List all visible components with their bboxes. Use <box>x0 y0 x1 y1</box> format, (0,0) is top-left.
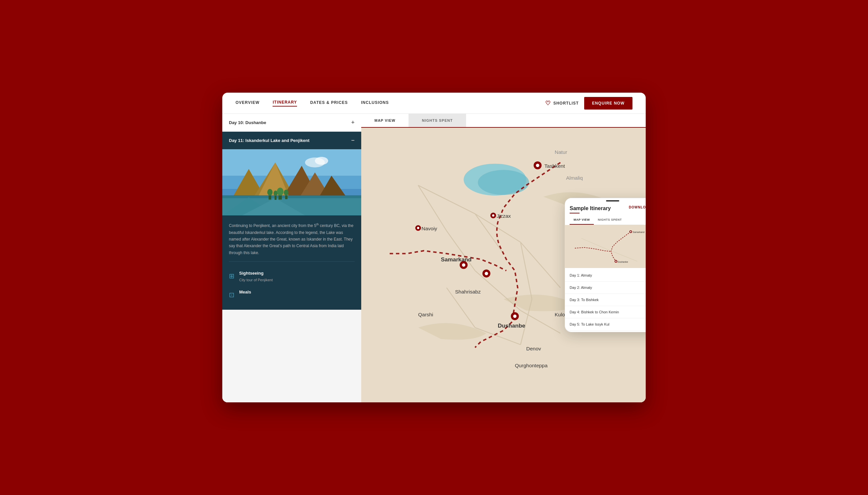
meals-info: Meals <box>239 289 251 296</box>
day11-header[interactable]: Day 11: Iskanderkul Lake and Penjikent − <box>222 132 361 149</box>
nav-dates-prices[interactable]: DATES & PRICES <box>310 100 348 106</box>
day10-expand-icon: + <box>351 119 354 126</box>
mobile-title-block: Sample Itinerary <box>570 205 611 214</box>
meals-title: Meals <box>239 289 251 296</box>
svg-text:Dushanbe: Dushanbe <box>498 322 525 329</box>
map-tabs: MAP VIEW NIGHTS SPENT <box>361 114 646 128</box>
mobile-map-preview[interactable]: Samarkand Dushanbe ⤢ Feedback <box>565 225 646 268</box>
svg-text:Samarkand: Samarkand <box>633 231 645 233</box>
day11-item: Day 11: Iskanderkul Lake and Penjikent − <box>222 132 361 310</box>
mobile-day4-label: Day 4: Bishkek to Chon Kemin <box>570 310 619 314</box>
svg-text:Dushanbe: Dushanbe <box>618 261 628 263</box>
svg-point-72 <box>615 261 617 262</box>
nav-links: OVERVIEW ITINERARY DATES & PRICES INCLUS… <box>236 100 389 106</box>
map-view-tab[interactable]: MAP VIEW <box>361 114 409 128</box>
mobile-download-button[interactable]: DOWNLOAD ⬇ <box>629 205 646 209</box>
svg-text:Qarshi: Qarshi <box>418 312 433 317</box>
nav-actions: ♡ SHORTLIST ENQUIRE NOW <box>545 97 632 109</box>
svg-text:Shahrisabz: Shahrisabz <box>455 289 481 294</box>
mobile-overlay: Sample Itinerary DOWNLOAD ⬇ MAP VIEW NIG… <box>560 128 646 402</box>
svg-point-69 <box>630 231 631 232</box>
mobile-day3-label: Day 3: To Bishkek <box>570 298 599 302</box>
mobile-header: Sample Itinerary DOWNLOAD ⬇ <box>565 202 646 216</box>
svg-point-4 <box>315 157 328 165</box>
svg-point-41 <box>536 164 539 167</box>
nights-spent-tab[interactable]: NIGHTS SPENT <box>409 114 466 127</box>
mobile-day4[interactable]: Day 4: Bishkek to Chon Kemin + <box>565 306 646 318</box>
svg-text:Navoiy: Navoiy <box>421 226 437 231</box>
svg-point-27 <box>478 170 529 195</box>
svg-point-23 <box>284 190 289 195</box>
activity-meals: ⊡ Meals <box>229 286 354 303</box>
sightseeing-detail: City tour of Penjikent <box>239 277 273 283</box>
enquire-button[interactable]: ENQUIRE NOW <box>584 97 632 109</box>
binoculars-icon: ⊞ <box>229 270 235 281</box>
mobile-day1-label: Day 1: Almaty <box>570 273 592 277</box>
mobile-device: Sample Itinerary DOWNLOAD ⬇ MAP VIEW NIG… <box>565 198 646 332</box>
mobile-tabs: MAP VIEW NIGHTS SPENT <box>570 216 646 225</box>
day11-description: Continuing to Penjikent, an ancient city… <box>222 216 361 310</box>
sightseeing-info: Sightseeing City tour of Penjikent <box>239 270 273 283</box>
mobile-day2-label: Day 2: Almaty <box>570 286 592 290</box>
day11-image <box>222 149 361 216</box>
mobile-day5[interactable]: Day 5: To Lake Issyk Kul + <box>565 318 646 330</box>
day10-title: Day 10: Dushanbe <box>229 120 266 125</box>
nav-bar: OVERVIEW ITINERARY DATES & PRICES INCLUS… <box>222 93 646 114</box>
nav-itinerary[interactable]: ITINERARY <box>273 100 297 106</box>
mobile-nights-spent-tab[interactable]: NIGHTS SPENT <box>594 216 626 225</box>
svg-point-57 <box>513 315 516 318</box>
svg-point-17 <box>267 189 273 195</box>
browser-window: OVERVIEW ITINERARY DATES & PRICES INCLUS… <box>222 93 646 402</box>
svg-point-44 <box>417 227 419 229</box>
svg-text:Jizzax: Jizzax <box>497 213 511 219</box>
mobile-day2[interactable]: Day 2: Almaty + <box>565 281 646 294</box>
svg-point-21 <box>277 188 283 195</box>
svg-text:Denov: Denov <box>526 346 541 352</box>
mobile-download-label: DOWNLOAD <box>629 205 646 209</box>
mobile-title-underline <box>570 213 579 214</box>
map-area: MAP VIEW NIGHTS SPENT <box>361 114 646 402</box>
mobile-notch <box>606 200 619 202</box>
map-container: Tashkent Navoiy Jizzax Samarkand <box>361 128 646 402</box>
mobile-day-list: Day 1: Almaty + Day 2: Almaty + Day 3: T… <box>565 268 646 332</box>
mobile-day1[interactable]: Day 1: Almaty + <box>565 269 646 281</box>
svg-text:Samarkand: Samarkand <box>441 256 472 263</box>
meals-icon: ⊡ <box>229 289 235 301</box>
shortlist-button[interactable]: ♡ SHORTLIST <box>545 100 579 107</box>
nav-inclusions[interactable]: INCLUSIONS <box>361 100 389 106</box>
mobile-top-bar <box>565 198 646 202</box>
shortlist-label: SHORTLIST <box>553 101 579 105</box>
mobile-day5-label: Day 5: To Lake Issyk Kul <box>570 322 609 326</box>
svg-rect-2 <box>222 149 361 176</box>
activity-sightseeing: ⊞ Sightseeing City tour of Penjikent <box>229 267 354 286</box>
itinerary-panel: Day 10: Dushanbe + Day 11: Iskanderkul L… <box>222 114 361 402</box>
day11-collapse-icon: − <box>351 137 354 144</box>
day10-item[interactable]: Day 10: Dushanbe + <box>222 114 361 132</box>
svg-point-53 <box>485 272 488 275</box>
sightseeing-title: Sightseeing <box>239 270 273 277</box>
svg-point-47 <box>492 215 494 217</box>
day11-title: Day 11: Iskanderkul Lake and Penjikent <box>229 138 310 143</box>
nav-overview[interactable]: OVERVIEW <box>236 100 259 106</box>
day11-text: Continuing to Penjikent, an ancient city… <box>229 222 354 256</box>
mobile-day3[interactable]: Day 3: To Bishkek + <box>565 294 646 306</box>
svg-text:Qurghonteppa: Qurghonteppa <box>515 363 548 369</box>
svg-point-50 <box>462 263 465 267</box>
mobile-map-svg: Samarkand Dushanbe <box>565 225 646 268</box>
mobile-map-view-tab[interactable]: MAP VIEW <box>570 216 594 225</box>
main-content: Day 10: Dushanbe + Day 11: Iskanderkul L… <box>222 114 646 402</box>
mobile-title: Sample Itinerary <box>570 205 611 211</box>
heart-icon: ♡ <box>545 100 551 107</box>
